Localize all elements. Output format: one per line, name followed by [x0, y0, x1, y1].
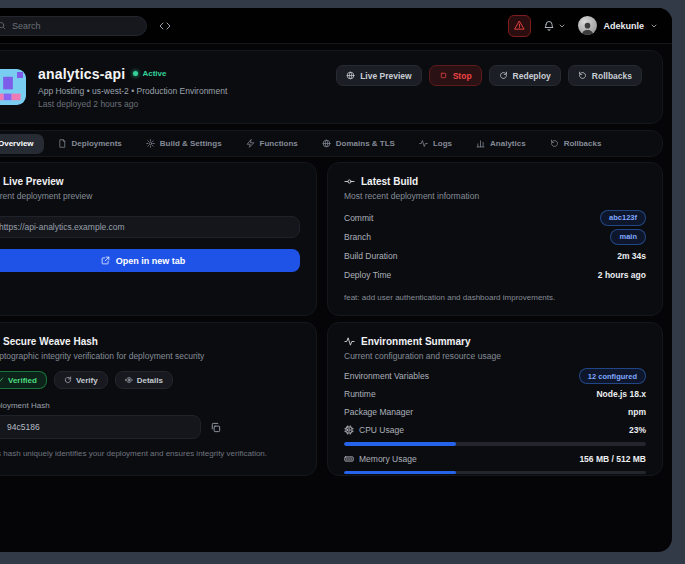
avatar: [578, 16, 597, 35]
activity-icon: [419, 139, 428, 148]
globe-icon: [322, 139, 331, 148]
live-preview-button[interactable]: Live Preview: [336, 65, 422, 86]
latest-build-title: Latest Build: [344, 176, 646, 187]
env-vars-badge[interactable]: 12 configured: [579, 368, 646, 384]
verified-badge: Verified: [0, 371, 47, 389]
stop-button[interactable]: Stop: [429, 65, 482, 86]
memory-usage-value: 156 MB / 512 MB: [579, 454, 646, 464]
commit-message: feat: add user authentication and dashbo…: [344, 293, 646, 302]
tab-bar: Overview Deployments Build & Settings Fu…: [0, 130, 663, 157]
secure-hash-subtitle: Cryptographic integrity verification for…: [0, 351, 300, 361]
redeploy-button[interactable]: Redeploy: [489, 65, 561, 86]
gear-icon: [146, 139, 155, 148]
external-link-icon: [101, 256, 110, 265]
commit-badge[interactable]: abc123f: [600, 210, 646, 226]
cpu-icon: [344, 425, 354, 435]
live-preview-title: Live Preview: [0, 176, 300, 187]
memory-usage-bar-fill: [344, 471, 456, 475]
status-dot-icon: [133, 71, 138, 76]
refresh-icon: [499, 71, 508, 80]
search-wrap: [0, 15, 147, 36]
memory-usage-row: Memory Usage 156 MB / 512 MB: [344, 450, 646, 468]
hash-row: [0, 415, 300, 439]
app-logo: [0, 69, 26, 105]
file-icon: [58, 139, 67, 148]
live-preview-card: Live Preview Current deployment preview …: [0, 162, 317, 316]
env-vars-row: Environment Variables 12 configured: [344, 367, 646, 385]
details-button[interactable]: Details: [115, 371, 173, 389]
rotate-ccw-icon: [550, 139, 559, 148]
tab-build-settings[interactable]: Build & Settings: [136, 134, 232, 154]
tab-domains-tls[interactable]: Domains & TLS: [312, 134, 405, 154]
warning-triangle-icon: [514, 20, 525, 31]
bar-chart-icon: [476, 139, 485, 148]
deployment-hash-label: Deployment Hash: [0, 401, 300, 410]
memory-usage-bar: [344, 471, 646, 475]
deploy-time-row: Deploy Time 2 hours ago: [344, 265, 646, 284]
cpu-usage-value: 23%: [629, 425, 646, 435]
app-title: analytics-api: [38, 66, 125, 82]
zap-icon: [246, 139, 255, 148]
header-actions: Live Preview Stop Redeploy Rollbacks: [336, 65, 642, 86]
branch-badge[interactable]: main: [610, 229, 646, 245]
cpu-usage-bar-fill: [344, 442, 456, 446]
rotate-ccw-icon: [578, 71, 587, 80]
tab-rollbacks[interactable]: Rollbacks: [540, 134, 612, 154]
tab-analytics[interactable]: Analytics: [466, 134, 536, 154]
memory-icon: [344, 454, 354, 464]
latest-build-card: Latest Build Most recent deployment info…: [327, 162, 663, 316]
build-duration-row: Build Duration 2m 34s: [344, 246, 646, 265]
app-header: analytics-api Active App Hosting • us-we…: [0, 50, 663, 124]
hash-note: This hash uniquely identifies your deplo…: [0, 449, 300, 458]
branch-row: Branch main: [344, 227, 646, 246]
bell-icon: [543, 20, 555, 32]
eye-icon: [125, 376, 133, 384]
commit-row: Commit abc123f: [344, 208, 646, 227]
environment-title: Environment Summary: [344, 336, 646, 347]
chevron-down-icon: [650, 22, 658, 30]
cpu-usage-row: CPU Usage 23%: [344, 421, 646, 439]
tab-overview[interactable]: Overview: [0, 134, 44, 154]
overview-grid: Live Preview Current deployment preview …: [0, 162, 663, 476]
copy-icon: [210, 422, 221, 433]
last-deployed: Last deployed 2 hours ago: [38, 99, 227, 109]
refresh-icon: [64, 376, 72, 384]
search-icon: [0, 21, 6, 30]
runtime-row: Runtime Node.js 18.x: [344, 385, 646, 403]
build-info-rows: Commit abc123f Branch main Build Duratio…: [344, 208, 646, 284]
code-icon[interactable]: [159, 20, 171, 32]
tab-functions[interactable]: Functions: [236, 134, 308, 154]
notifications-button[interactable]: [543, 20, 566, 32]
search-input[interactable]: [0, 16, 147, 36]
copy-hash-button[interactable]: [210, 422, 221, 433]
latest-build-subtitle: Most recent deployment information: [344, 191, 646, 201]
secure-hash-card: Secure Weave Hash Cryptographic integrit…: [0, 322, 317, 476]
tab-deployments[interactable]: Deployments: [48, 134, 132, 154]
app-window: Adekunle analytics-api: [0, 8, 672, 552]
user-menu[interactable]: Adekunle: [578, 16, 658, 35]
git-commit-icon: [344, 176, 355, 187]
alert-button[interactable]: [508, 15, 531, 37]
app-identity: analytics-api Active App Hosting • us-we…: [38, 66, 227, 109]
tab-logs[interactable]: Logs: [409, 134, 462, 154]
verify-button[interactable]: Verify: [54, 371, 108, 389]
package-manager-row: Package Manager npm: [344, 403, 646, 421]
open-new-tab-button[interactable]: Open in new tab: [0, 249, 300, 272]
topbar: Adekunle: [0, 8, 672, 44]
app-meta: App Hosting • us-west-2 • Production Env…: [38, 86, 227, 96]
environment-subtitle: Current configuration and resource usage: [344, 351, 646, 361]
check-icon: [0, 376, 4, 384]
environment-summary-card: Environment Summary Current configuratio…: [327, 322, 663, 476]
user-name: Adekunle: [603, 21, 644, 31]
rollbacks-button[interactable]: Rollbacks: [568, 65, 642, 86]
cpu-usage-bar: [344, 442, 646, 446]
activity-icon: [344, 336, 355, 347]
chevron-down-icon: [558, 22, 566, 30]
live-preview-subtitle: Current deployment preview: [0, 191, 300, 201]
stop-icon: [439, 71, 448, 80]
preview-url-field[interactable]: https://api-analytics.example.com: [0, 216, 300, 238]
status-badge: Active: [133, 69, 166, 78]
globe-icon: [346, 71, 355, 80]
deployment-hash-field[interactable]: [0, 415, 201, 439]
secure-hash-title: Secure Weave Hash: [0, 336, 300, 347]
